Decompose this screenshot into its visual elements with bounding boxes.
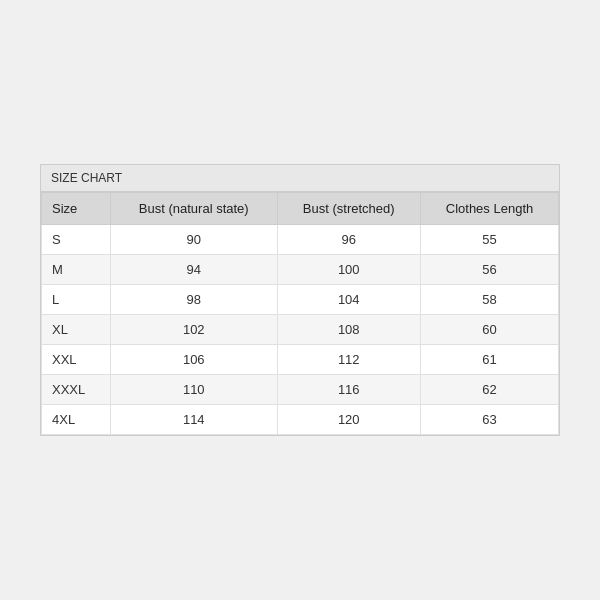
chart-title: SIZE CHART	[41, 165, 559, 192]
bust-stretched-cell: 108	[277, 315, 420, 345]
table-row: XL10210860	[42, 315, 559, 345]
column-header-bust-natural: Bust (natural state)	[111, 193, 277, 225]
size-cell: XXL	[42, 345, 111, 375]
size-chart-table: Size Bust (natural state) Bust (stretche…	[41, 192, 559, 435]
bust-stretched-cell: 116	[277, 375, 420, 405]
bust-natural-cell: 102	[111, 315, 277, 345]
bust-natural-cell: 98	[111, 285, 277, 315]
length-cell: 58	[420, 285, 558, 315]
column-header-clothes-length: Clothes Length	[420, 193, 558, 225]
bust-natural-cell: 106	[111, 345, 277, 375]
table-row: M9410056	[42, 255, 559, 285]
bust-stretched-cell: 112	[277, 345, 420, 375]
bust-natural-cell: 110	[111, 375, 277, 405]
length-cell: 63	[420, 405, 558, 435]
size-cell: M	[42, 255, 111, 285]
bust-stretched-cell: 104	[277, 285, 420, 315]
size-cell: 4XL	[42, 405, 111, 435]
table-row: XXXL11011662	[42, 375, 559, 405]
table-header-row: Size Bust (natural state) Bust (stretche…	[42, 193, 559, 225]
bust-stretched-cell: 120	[277, 405, 420, 435]
table-body: S909655M9410056L9810458XL10210860XXL1061…	[42, 225, 559, 435]
size-cell: XXXL	[42, 375, 111, 405]
bust-natural-cell: 94	[111, 255, 277, 285]
table-row: L9810458	[42, 285, 559, 315]
length-cell: 62	[420, 375, 558, 405]
table-row: 4XL11412063	[42, 405, 559, 435]
size-cell: XL	[42, 315, 111, 345]
column-header-bust-stretched: Bust (stretched)	[277, 193, 420, 225]
bust-stretched-cell: 100	[277, 255, 420, 285]
table-row: S909655	[42, 225, 559, 255]
size-chart-container: SIZE CHART Size Bust (natural state) Bus…	[40, 164, 560, 436]
size-cell: L	[42, 285, 111, 315]
length-cell: 56	[420, 255, 558, 285]
bust-natural-cell: 90	[111, 225, 277, 255]
table-row: XXL10611261	[42, 345, 559, 375]
bust-stretched-cell: 96	[277, 225, 420, 255]
bust-natural-cell: 114	[111, 405, 277, 435]
length-cell: 60	[420, 315, 558, 345]
length-cell: 61	[420, 345, 558, 375]
column-header-size: Size	[42, 193, 111, 225]
size-cell: S	[42, 225, 111, 255]
length-cell: 55	[420, 225, 558, 255]
